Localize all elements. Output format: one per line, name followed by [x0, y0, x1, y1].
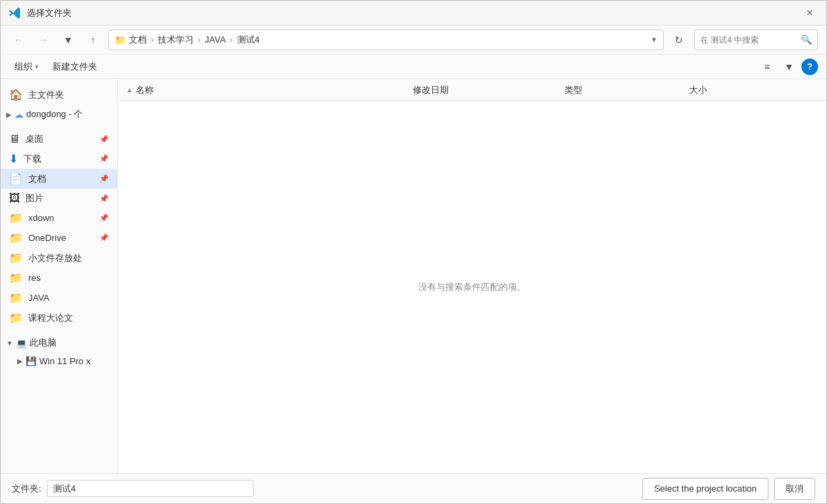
dialog-title: 选择文件夹: [27, 7, 802, 19]
new-folder-label: 新建文件夹: [52, 61, 97, 73]
breadcrumb-jishu[interactable]: 技术学习: [158, 34, 194, 46]
search-input[interactable]: [700, 35, 797, 45]
close-button[interactable]: ×: [802, 5, 818, 21]
win11-icon: 💾: [25, 356, 37, 366]
sidebar-label-desktop: 桌面: [25, 133, 94, 145]
sidebar-item-dongdong[interactable]: ▶ ☁ dongdong - 个: [1, 105, 117, 124]
desktop-icon: 🖥: [9, 133, 20, 145]
empty-message: 没有与搜索条件匹配的项。: [418, 281, 526, 293]
help-button[interactable]: ?: [802, 59, 818, 75]
svg-marker-1: [13, 8, 20, 19]
breadcrumb-documents[interactable]: 文档: [129, 34, 147, 46]
sidebar-label-xiaowenjian: 小文件存放处: [28, 252, 109, 264]
xdown-icon: 📁: [9, 211, 23, 224]
dongdong-expand-icon: ▶: [6, 111, 12, 118]
sidebar-item-desktop[interactable]: 🖥 桌面 📌: [1, 129, 117, 149]
view-button[interactable]: ≡: [757, 57, 777, 76]
sidebar: 🏠 主文件夹 ▶ ☁ dongdong - 个 🖥 桌面 📌 ⬇ 下载 📌: [1, 79, 118, 473]
sidebar-label-pictures: 图片: [25, 192, 94, 204]
bottom-buttons: Select the project location 取消: [642, 478, 815, 500]
sidebar-label-java: JAVA: [28, 293, 109, 303]
sidebar-item-java[interactable]: 📁 JAVA: [1, 288, 117, 308]
folder-input[interactable]: [47, 480, 254, 497]
sidebar-divider-2: [1, 328, 117, 333]
sidebar-label-dongdong: dongdong - 个: [26, 108, 83, 120]
sidebar-item-res[interactable]: 📁 res: [1, 268, 117, 288]
sidebar-item-home[interactable]: 🏠 主文件夹: [1, 85, 117, 105]
sidebar-item-downloads[interactable]: ⬇ 下载 📌: [1, 149, 117, 169]
sidebar-item-kecheng[interactable]: 📁 课程大论文: [1, 308, 117, 328]
kecheng-icon: 📁: [9, 311, 23, 324]
vscode-icon: [9, 7, 21, 19]
sidebar-item-xdown[interactable]: 📁 xdown 📌: [1, 208, 117, 228]
sort-button[interactable]: ▼: [779, 57, 799, 76]
sidebar-item-win11[interactable]: ▶ 💾 Win 11 Pro x: [1, 353, 117, 370]
sidebar-item-onedrive[interactable]: 📁 OneDrive 📌: [1, 228, 117, 248]
organize-label: 组织: [14, 61, 32, 73]
content-area: ▲ 名称 修改日期 类型 大小 没有与搜索条件匹配的项。: [118, 79, 826, 473]
sidebar-item-thispc[interactable]: ▼ 💻 此电脑: [1, 333, 117, 353]
sidebar-label-downloads: 下载: [23, 153, 94, 165]
breadcrumb-sep-3: ›: [230, 35, 233, 45]
cancel-button[interactable]: 取消: [774, 478, 815, 500]
downloads-icon: ⬇: [9, 152, 18, 165]
main-area: 🏠 主文件夹 ▶ ☁ dongdong - 个 🖥 桌面 📌 ⬇ 下载 📌: [1, 79, 826, 473]
file-list-header: ▲ 名称 修改日期 类型 大小: [118, 79, 826, 101]
organize-button[interactable]: 组织 ▾: [9, 59, 44, 75]
sidebar-label-win11: Win 11 Pro x: [39, 356, 90, 366]
col-header-date[interactable]: 修改日期: [413, 84, 565, 96]
col-header-size[interactable]: 大小: [689, 84, 793, 96]
select-button[interactable]: Select the project location: [642, 478, 768, 500]
java-icon: 📁: [9, 291, 23, 304]
address-dropdown-icon[interactable]: ▼: [651, 36, 657, 43]
home-icon: 🏠: [9, 88, 23, 101]
recent-button[interactable]: ▼: [59, 30, 78, 50]
sidebar-divider-1: [1, 124, 117, 129]
cloud-icon: ☁: [14, 109, 23, 120]
folder-label: 文件夹:: [12, 483, 41, 495]
search-icon: 🔍: [801, 34, 812, 45]
sidebar-item-documents[interactable]: 📄 文档 📌: [1, 169, 117, 189]
up-button[interactable]: ↑: [83, 30, 103, 50]
new-folder-button[interactable]: 新建文件夹: [47, 59, 103, 75]
toolbar: ← → ▼ ↑ 📁 文档 › 技术学习 › JAVA › 测试4 ▼ ↻ 🔍: [1, 25, 826, 54]
breadcrumb-sep-2: ›: [198, 35, 201, 45]
documents-icon: 📄: [9, 172, 23, 185]
sidebar-item-xiaowenjian[interactable]: 📁 小文件存放处: [1, 248, 117, 268]
action-bar: 组织 ▾ 新建文件夹 ≡ ▼ ?: [1, 54, 826, 79]
back-button[interactable]: ←: [9, 30, 28, 50]
search-bar: 🔍: [694, 30, 818, 50]
pictures-pin-icon: 📌: [99, 194, 109, 203]
downloads-pin-icon: 📌: [99, 154, 109, 163]
documents-pin-icon: 📌: [99, 174, 109, 183]
sidebar-label-xdown: xdown: [28, 213, 94, 223]
action-bar-right: ≡ ▼ ?: [757, 57, 818, 76]
sidebar-label-res: res: [28, 273, 109, 283]
sidebar-label-kecheng: 课程大论文: [28, 312, 109, 324]
file-list-content: 没有与搜索条件匹配的项。: [118, 101, 826, 473]
dialog-window: 选择文件夹 × ← → ▼ ↑ 📁 文档 › 技术学习 › JAVA › 测试4…: [0, 0, 827, 504]
thispc-icon: 💻: [16, 338, 27, 348]
refresh-button[interactable]: ↻: [669, 30, 688, 50]
xdown-pin-icon: 📌: [99, 213, 109, 222]
title-bar: 选择文件夹 ×: [1, 1, 826, 25]
pictures-icon: 🖼: [9, 192, 20, 204]
win11-expand-icon: ▶: [17, 357, 23, 365]
breadcrumb-ceshi4[interactable]: 测试4: [237, 34, 260, 46]
sort-asc-icon: ▲: [126, 86, 133, 94]
sidebar-label-home: 主文件夹: [28, 89, 109, 101]
thispc-expand-icon: ▼: [6, 339, 13, 347]
col-header-type[interactable]: 类型: [564, 84, 689, 96]
res-icon: 📁: [9, 271, 23, 284]
onedrive-icon: 📁: [9, 231, 23, 244]
desktop-pin-icon: 📌: [99, 135, 109, 144]
breadcrumb-sep-1: ›: [151, 35, 154, 45]
sidebar-item-pictures[interactable]: 🖼 图片 📌: [1, 189, 117, 208]
breadcrumb-java[interactable]: JAVA: [205, 34, 226, 45]
onedrive-pin-icon: 📌: [99, 233, 109, 242]
address-bar: 📁 文档 › 技术学习 › JAVA › 测试4 ▼: [108, 30, 664, 50]
forward-button[interactable]: →: [34, 30, 53, 50]
address-folder-icon: 📁: [114, 34, 126, 45]
sidebar-label-thispc: 此电脑: [30, 337, 57, 349]
col-header-name[interactable]: 名称: [136, 84, 413, 96]
